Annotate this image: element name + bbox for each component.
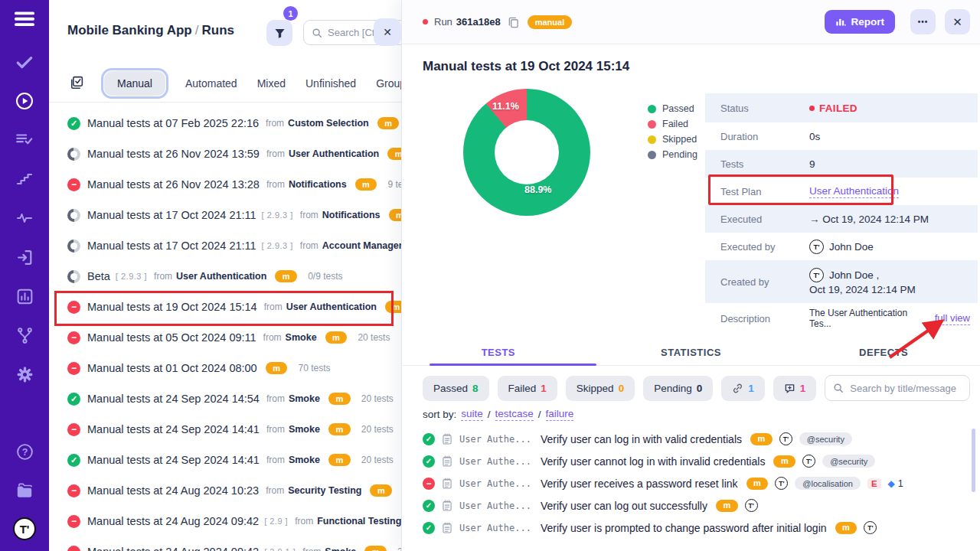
chip-failed[interactable]: Failed1 (498, 376, 557, 401)
run-list-item[interactable]: Manual tests at 26 Nov 2024 13:59 from U… (49, 139, 401, 169)
import-run-icon[interactable] (15, 247, 34, 267)
close-panel-button[interactable]: ✕ (945, 9, 970, 34)
run-from-label: from (266, 148, 285, 159)
legend-label: Pending (662, 149, 697, 160)
run-version: [ 2.9.3 ] (262, 210, 293, 220)
legend-item-skipped[interactable]: Skipped (648, 132, 697, 147)
run-list-item[interactable]: Beta [ 2.9.3 ] from User Authentication … (49, 261, 401, 292)
test-row[interactable]: User Authe... Verify user is prompted to… (423, 517, 974, 539)
defect-count[interactable]: ◆1 (888, 478, 903, 489)
test-suite-name: User Authe... (459, 434, 534, 445)
legend-label: Passed (662, 103, 694, 114)
run-suite-name: Security Testing (288, 485, 361, 496)
run-list-item[interactable]: Manual tests at 24 Sep 2024 14:41 from S… (49, 445, 401, 475)
chip-comments[interactable]: 1 (773, 376, 817, 401)
filter-button[interactable] (266, 20, 292, 46)
tests-scrollbar[interactable] (972, 429, 975, 492)
pulse-icon[interactable] (15, 208, 34, 228)
tab-statistics[interactable]: STATISTICS (595, 342, 788, 365)
breadcrumb: Mobile Banking App/Runs (67, 23, 234, 38)
run-status-icon (67, 178, 80, 191)
copy-icon[interactable] (508, 16, 519, 28)
test-tag[interactable]: @security (799, 432, 852, 445)
run-version: [ 2.9.3 ] (116, 272, 147, 281)
test-status-icon (423, 455, 435, 468)
sort-by-suite[interactable]: suite (461, 408, 483, 421)
summary-label: Executed (720, 214, 809, 225)
menu-icon[interactable] (15, 9, 34, 29)
test-row[interactable]: User Authe... Verify user receives a pas… (423, 472, 974, 494)
help-icon[interactable]: ? (15, 442, 34, 461)
run-status-icon (67, 148, 80, 161)
manual-type-badge: m (389, 209, 401, 221)
error-badge[interactable]: E (867, 478, 881, 489)
tests-search-input[interactable] (850, 383, 962, 394)
analytics-icon[interactable] (15, 286, 34, 306)
chip-skipped[interactable]: Skipped0 (566, 376, 635, 401)
run-list-item[interactable]: Manual tests at 24 Aug 2024 09:42 [ 2.9 … (49, 506, 401, 536)
tab-defects[interactable]: DEFECTS (787, 342, 980, 365)
profile-logo-icon[interactable]: T' (13, 517, 36, 540)
run-list-item[interactable]: Manual tests at 07 Feb 2025 22:16 from C… (49, 108, 401, 139)
manual-type-badge: m (328, 393, 351, 405)
sort-by-testcase[interactable]: testcase (495, 408, 534, 421)
test-plan-link[interactable]: User Authentication (809, 185, 899, 198)
tab-manual[interactable]: Manual (104, 71, 165, 96)
tab-mixed[interactable]: Mixed (257, 77, 286, 90)
test-tag[interactable]: @security (822, 455, 875, 468)
test-suite-name: User Authe... (459, 456, 534, 467)
projects-folder-icon[interactable] (15, 481, 34, 500)
legend-label: Failed (662, 119, 688, 129)
search-clear-button[interactable]: ✕ (374, 18, 401, 46)
chip-links[interactable]: 1 (721, 376, 765, 401)
run-name: Manual tests at 19 Oct 2024 15:14 (87, 301, 257, 313)
search-icon (833, 383, 844, 393)
sort-by-failure[interactable]: failure (546, 408, 574, 421)
legend-item-failed[interactable]: Failed (648, 116, 697, 132)
chip-passed[interactable]: Passed8 (423, 376, 489, 401)
skipped-count: 0 (619, 383, 625, 394)
run-list-item[interactable]: Manual tests at 17 Oct 2024 21:11 [ 2.9.… (49, 200, 401, 230)
tab-tests[interactable]: TESTS (402, 342, 595, 365)
test-row[interactable]: User Authe... Verify user can log in wit… (423, 428, 974, 450)
tab-automated[interactable]: Automated (185, 77, 237, 90)
run-list-item[interactable]: Manual tests at 24 Aug 2024 10:23 from S… (49, 475, 401, 506)
breadcrumb-project[interactable]: Mobile Banking App (67, 23, 192, 37)
run-list-item[interactable]: Manual tests at 24 Sep 2024 14:54 from S… (49, 383, 401, 414)
summary-label: Test Plan (720, 186, 809, 197)
run-version: [ 2.9.1 ] (264, 547, 296, 551)
tests-search[interactable] (825, 375, 970, 401)
branches-icon[interactable] (15, 325, 34, 345)
run-list-item[interactable]: Manual tests at 24 Sep 2024 14:41 from S… (49, 414, 401, 445)
tab-groups[interactable]: Groups (376, 77, 401, 90)
test-row[interactable]: User Authe... Verify user can log out su… (423, 494, 974, 517)
run-list-item[interactable]: Manual tests at 26 Nov 2024 13:28 from N… (49, 169, 401, 200)
runs-list-panel: Mobile Banking App/Runs 1 ✕ Manual Autom… (49, 0, 401, 551)
run-from-label: from (266, 485, 284, 496)
comment-plus-icon (784, 383, 795, 394)
steps-icon[interactable] (15, 169, 34, 189)
run-list-item[interactable]: Manual tests at 24 Aug 2024 09:42 [ 2.9.… (49, 536, 401, 551)
more-options-button[interactable]: ••• (910, 9, 936, 34)
legend-item-passed[interactable]: Passed (648, 101, 697, 116)
run-list-item[interactable]: Manual tests at 19 Oct 2024 15:14 from U… (49, 292, 401, 322)
run-list-item[interactable]: Manual tests at 05 Oct 2024 09:11 from S… (49, 322, 401, 353)
summary-row-executed: Executed → Oct 19, 2024 12:14 PM (705, 205, 978, 233)
bulk-select-icon[interactable] (67, 75, 84, 92)
summary-row-test-plan: Test Plan User Authentication (705, 178, 978, 205)
chip-pending[interactable]: Pending0 (643, 376, 713, 401)
pending-count: 0 (697, 383, 703, 394)
settings-gear-icon[interactable] (15, 364, 34, 384)
report-button[interactable]: Report (825, 10, 896, 34)
results-list-icon[interactable] (15, 130, 34, 150)
legend-item-pending[interactable]: Pending (648, 147, 697, 162)
run-list-item[interactable]: Manual tests at 17 Oct 2024 21:11 [ 2.9.… (49, 230, 401, 261)
svg-text:?: ? (21, 446, 28, 457)
full-view-link[interactable]: full view (935, 312, 970, 325)
tests-check-icon[interactable] (15, 52, 34, 72)
tab-unfinished[interactable]: Unfinished (305, 77, 356, 90)
runs-play-icon[interactable] (15, 91, 34, 111)
run-list-item[interactable]: Manual tests at 01 Oct 2024 08:00 m 70 t… (49, 353, 401, 383)
test-row[interactable]: User Authe... Verify user cannot log in … (423, 450, 974, 472)
test-tag[interactable]: @localisation (795, 477, 861, 490)
